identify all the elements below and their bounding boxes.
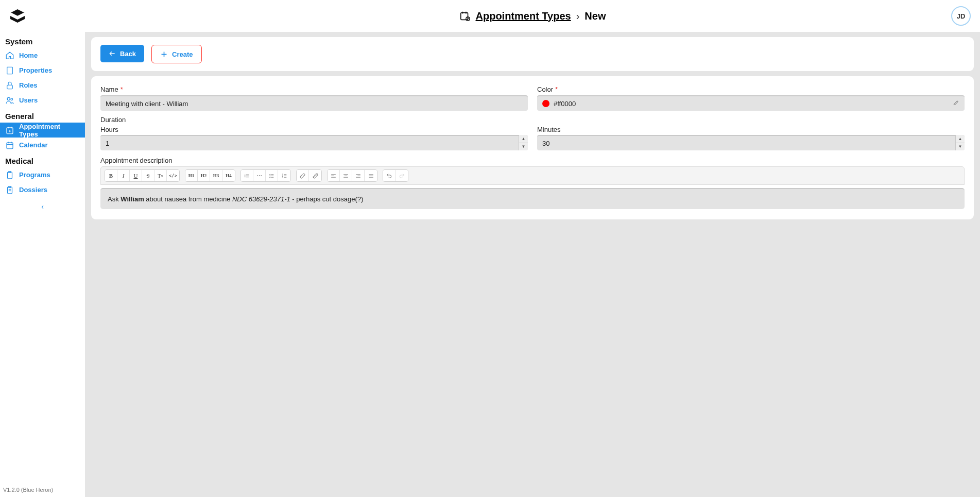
- tb-align-justify[interactable]: [365, 170, 377, 181]
- desc-text-bold: William: [121, 195, 144, 203]
- arrow-left-icon: [109, 50, 116, 57]
- nav-label: Appointment Types: [19, 123, 80, 138]
- editor-toolbar: B I U S Tx </> H1 H2 H3 H4: [100, 166, 965, 185]
- header: Appointment Types › New JD: [85, 0, 980, 32]
- tb-italic[interactable]: I: [117, 170, 130, 181]
- tb-h1[interactable]: H1: [185, 170, 198, 181]
- pencil-icon[interactable]: [953, 99, 959, 108]
- breadcrumb-separator: ›: [576, 10, 580, 22]
- tb-quote[interactable]: [241, 170, 253, 181]
- duration-label: Duration: [100, 116, 965, 124]
- main-area: Appointment Types › New JD Back Create: [85, 0, 980, 497]
- color-input[interactable]: #ff0000: [537, 95, 965, 111]
- hours-label: Hours: [100, 126, 528, 133]
- tb-ul[interactable]: [266, 170, 278, 181]
- color-swatch: [542, 100, 549, 107]
- create-button-label: Create: [172, 50, 193, 58]
- app-logo: [8, 7, 27, 26]
- nav-item-appointment-types[interactable]: Appointment Types: [0, 123, 85, 138]
- color-label: Color*: [537, 85, 965, 93]
- plus-icon: [160, 50, 168, 58]
- tb-h2[interactable]: H2: [198, 170, 210, 181]
- section-title-general: General: [0, 108, 85, 123]
- hours-input[interactable]: [100, 135, 528, 150]
- hours-spinner-up[interactable]: ▲: [519, 135, 528, 143]
- user-avatar[interactable]: JD: [951, 6, 971, 26]
- hours-spinner: ▲ ▼: [519, 135, 528, 150]
- nav-item-programs[interactable]: Programs: [0, 167, 85, 182]
- tb-group-headings: H1 H2 H3 H4: [185, 169, 235, 182]
- version-label: V1.2.0 (Blue Heron): [3, 487, 53, 493]
- tb-clear-format[interactable]: Tx: [154, 170, 167, 181]
- home-icon: [5, 51, 14, 60]
- section-title-system: System: [0, 33, 85, 48]
- svg-rect-25: [460, 13, 468, 20]
- tb-align-center[interactable]: [340, 170, 352, 181]
- nav-item-dossiers[interactable]: Dossiers: [0, 182, 85, 197]
- tb-group-format: B I U S Tx </>: [105, 169, 180, 182]
- tb-undo[interactable]: [383, 170, 396, 181]
- name-input[interactable]: [100, 95, 528, 111]
- action-toolbar: Back Create: [100, 45, 965, 63]
- tb-underline[interactable]: U: [130, 170, 142, 181]
- calendar-icon: [5, 141, 14, 150]
- nav-item-properties[interactable]: Properties: [0, 63, 85, 78]
- desc-text-italic: NDC 63629-2371-1: [232, 195, 290, 203]
- tb-hr[interactable]: ⋯: [253, 170, 266, 181]
- tb-align-right[interactable]: [352, 170, 365, 181]
- nav-item-home[interactable]: Home: [0, 48, 85, 63]
- lock-icon: [5, 81, 14, 90]
- svg-point-40: [270, 177, 270, 177]
- svg-rect-0: [7, 67, 13, 74]
- back-button-label: Back: [120, 50, 136, 58]
- nav-item-calendar[interactable]: Calendar: [0, 138, 85, 152]
- breadcrumb-current: New: [584, 10, 606, 22]
- tb-group-blocks: ⋯ 123: [240, 169, 291, 182]
- sidebar-collapse-button[interactable]: ‹: [0, 197, 85, 216]
- minutes-spinner-up[interactable]: ▲: [956, 135, 965, 143]
- svg-point-39: [270, 175, 270, 176]
- users-icon: [5, 96, 14, 105]
- desc-text-5: - perhaps cut dosage(?): [290, 195, 364, 203]
- tb-code[interactable]: </>: [167, 170, 179, 181]
- svg-point-8: [7, 97, 10, 100]
- desc-text-1: Ask: [108, 195, 121, 203]
- svg-point-38: [270, 174, 270, 175]
- desc-text-3: about nausea from medicine: [144, 195, 232, 203]
- content: Back Create Name*: [85, 32, 980, 497]
- description-editor[interactable]: Ask William about nausea from medicine N…: [100, 188, 965, 209]
- tb-h3[interactable]: H3: [210, 170, 222, 181]
- breadcrumb-link[interactable]: Appointment Types: [476, 10, 571, 22]
- back-button[interactable]: Back: [100, 45, 144, 62]
- clipboard-list-icon: [5, 185, 14, 195]
- calendar-plus-icon: [5, 126, 14, 135]
- tb-ol[interactable]: 123: [278, 170, 290, 181]
- tb-bold[interactable]: B: [105, 170, 117, 181]
- clipboard-icon: [5, 170, 14, 180]
- nav-label: Home: [19, 52, 38, 59]
- minutes-spinner-down[interactable]: ▼: [956, 143, 965, 151]
- tb-redo: [396, 170, 408, 181]
- create-button[interactable]: Create: [153, 46, 200, 62]
- hours-spinner-down[interactable]: ▼: [519, 143, 528, 151]
- tb-align-left[interactable]: [328, 170, 340, 181]
- breadcrumb: Appointment Types › New: [459, 10, 606, 22]
- tb-unlink[interactable]: [309, 170, 321, 181]
- tb-group-align: [327, 169, 377, 182]
- tb-strike[interactable]: S: [142, 170, 154, 181]
- name-label: Name*: [100, 85, 528, 93]
- tb-link[interactable]: [297, 170, 309, 181]
- minutes-label: Minutes: [537, 126, 965, 133]
- nav-label: Users: [19, 96, 38, 104]
- color-hex-text: #ff0000: [554, 100, 576, 108]
- tb-h4[interactable]: H4: [222, 170, 235, 181]
- calendar-settings-icon: [459, 10, 471, 22]
- minutes-spinner: ▲ ▼: [955, 135, 965, 150]
- nav-item-roles[interactable]: Roles: [0, 78, 85, 93]
- svg-text:3: 3: [282, 176, 283, 178]
- minutes-input[interactable]: [537, 135, 965, 150]
- tb-group-history: [383, 169, 408, 182]
- tb-group-links: [296, 169, 322, 182]
- building-icon: [5, 66, 14, 75]
- nav-item-users[interactable]: Users: [0, 93, 85, 108]
